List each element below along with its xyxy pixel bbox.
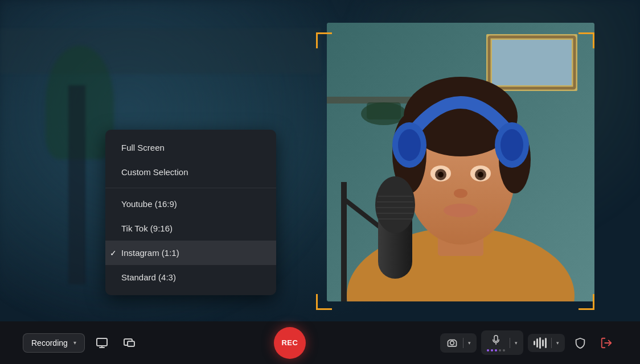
camera-caret-icon: ▾ bbox=[468, 340, 471, 346]
svg-point-40 bbox=[450, 341, 454, 345]
recording-mode-label: Recording bbox=[31, 338, 68, 348]
window-icon bbox=[122, 336, 136, 350]
wave-bar-3 bbox=[539, 337, 541, 349]
wave-bar-1 bbox=[534, 341, 535, 345]
shield-button[interactable] bbox=[569, 332, 591, 354]
mic-dot-1 bbox=[487, 349, 489, 351]
menu-item-custom-selection-label: Custom Selection bbox=[121, 167, 188, 177]
wave-bar-5 bbox=[545, 338, 547, 348]
bracket-top-left bbox=[316, 32, 332, 48]
mic-dot-2 bbox=[491, 349, 493, 351]
menu-item-tiktok-label: Tik Tok (9:16) bbox=[121, 224, 173, 233]
video-preview bbox=[327, 23, 594, 301]
camera-icon bbox=[446, 337, 458, 349]
menu-item-custom-selection[interactable]: ✓ Custom Selection bbox=[105, 160, 276, 184]
menu-item-standard-label: Standard (4:3) bbox=[121, 272, 176, 282]
audio-divider bbox=[551, 338, 552, 348]
mic-dot-3 bbox=[495, 349, 497, 351]
menu-item-full-screen[interactable]: ✓ Full Screen bbox=[105, 135, 276, 160]
wave-bar-4 bbox=[542, 340, 544, 346]
menu-item-tiktok[interactable]: ✓ Tik Tok (9:16) bbox=[105, 216, 276, 241]
aspect-ratio-dropdown: ✓ Full Screen ✓ Custom Selection ✓ Youtu… bbox=[105, 130, 276, 295]
svg-point-21 bbox=[444, 204, 478, 217]
svg-point-20 bbox=[454, 189, 467, 198]
bracket-bottom-right bbox=[579, 294, 594, 310]
mic-dot-4 bbox=[499, 349, 501, 351]
menu-item-instagram-label: Instagram (1:1) bbox=[121, 248, 179, 258]
audio-control-group[interactable]: ▾ bbox=[528, 334, 565, 352]
video-scene-svg bbox=[327, 23, 594, 301]
svg-rect-3 bbox=[492, 40, 572, 85]
toolbar-left: Recording ▾ bbox=[23, 333, 140, 353]
toolbar-right: ▾ ▾ bbox=[440, 330, 617, 355]
screen-icon bbox=[95, 336, 109, 350]
wave-bar-2 bbox=[536, 338, 538, 348]
bracket-top-right bbox=[579, 32, 594, 48]
mic-control-group[interactable]: ▾ bbox=[481, 330, 523, 355]
toolbar: Recording ▾ REC bbox=[0, 321, 640, 364]
bracket-bottom-left bbox=[316, 294, 332, 310]
mic-dot-5 bbox=[503, 349, 505, 351]
mic-caret-icon: ▾ bbox=[515, 340, 518, 346]
svg-point-29 bbox=[375, 176, 415, 233]
menu-item-youtube[interactable]: ✓ Youtube (16:9) bbox=[105, 192, 276, 216]
rec-button[interactable]: REC bbox=[274, 327, 306, 359]
shield-icon bbox=[574, 337, 586, 349]
svg-rect-35 bbox=[97, 338, 107, 346]
waveform-icon bbox=[534, 337, 547, 349]
svg-rect-41 bbox=[494, 336, 498, 342]
svg-rect-39 bbox=[128, 341, 134, 346]
menu-item-youtube-label: Youtube (16:9) bbox=[121, 199, 177, 209]
menu-item-full-screen-label: Full Screen bbox=[121, 143, 165, 152]
exit-icon bbox=[600, 337, 613, 349]
recording-mode-dropdown[interactable]: Recording ▾ bbox=[23, 333, 85, 353]
screen-layout-button[interactable] bbox=[92, 333, 112, 353]
check-icon-instagram: ✓ bbox=[110, 249, 117, 258]
svg-point-19 bbox=[478, 172, 483, 177]
window-layout-button[interactable] bbox=[119, 333, 140, 353]
svg-point-24 bbox=[398, 129, 421, 161]
mic-divider bbox=[510, 338, 510, 348]
chevron-down-icon: ▾ bbox=[73, 340, 76, 346]
camera-divider bbox=[463, 338, 463, 348]
camera-control-group[interactable]: ▾ bbox=[440, 333, 477, 353]
audio-caret-icon: ▾ bbox=[556, 340, 559, 346]
microphone-icon bbox=[490, 334, 502, 346]
stand-decoration bbox=[68, 85, 85, 284]
rec-label: REC bbox=[281, 338, 298, 347]
shelf-decoration bbox=[0, 28, 321, 74]
menu-item-instagram[interactable]: ✓ Instagram (1:1) bbox=[105, 241, 276, 265]
menu-separator-1 bbox=[105, 188, 276, 188]
svg-rect-7 bbox=[367, 102, 401, 119]
svg-point-25 bbox=[500, 129, 523, 161]
menu-item-standard[interactable]: ✓ Standard (4:3) bbox=[105, 265, 276, 289]
exit-button[interactable] bbox=[596, 332, 617, 354]
mic-dots bbox=[487, 349, 505, 351]
svg-point-18 bbox=[438, 172, 444, 177]
